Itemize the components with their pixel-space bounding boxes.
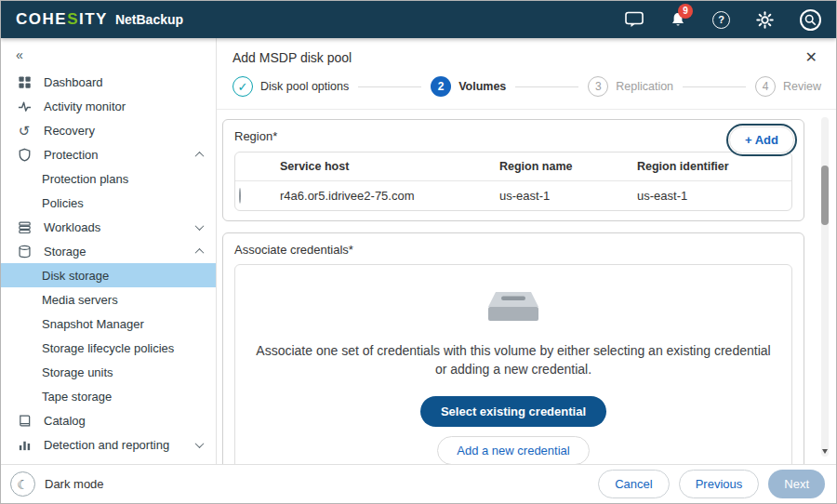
sidebar: « Dashboard Activity monitor ↺ Recovery … <box>1 38 217 464</box>
scrollbar-track <box>821 117 829 457</box>
sidebar-item-dashboard[interactable]: Dashboard <box>1 70 216 94</box>
sidebar-item-label: Snapshot Manager <box>42 317 144 331</box>
sidebar-item-label: Workloads <box>44 220 100 234</box>
main-layout: « Dashboard Activity monitor ↺ Recovery … <box>1 38 836 464</box>
cell-region-identifier: us-east-1 <box>633 181 791 210</box>
step-label: Replication <box>616 80 673 93</box>
step-connector <box>358 86 421 87</box>
sidebar-item-protection-plans[interactable]: Protection plans <box>1 166 216 191</box>
dashboard-icon <box>16 75 33 89</box>
step-connector <box>515 86 578 87</box>
step-replication[interactable]: 3 Replication <box>588 76 673 97</box>
step-check-icon: ✓ <box>232 76 253 97</box>
sidebar-item-media-servers[interactable]: Media servers <box>1 287 216 312</box>
column-header-service-host: Service host <box>276 153 496 180</box>
product-name: NetBackup <box>115 12 183 27</box>
sidebar-item-label: Activity monitor <box>44 99 126 113</box>
step-number: 4 <box>755 76 776 97</box>
sidebar-collapse-button[interactable]: « <box>1 42 216 70</box>
column-header-region-identifier: Region identifier <box>633 153 791 180</box>
help-icon[interactable]: ? <box>712 11 730 29</box>
sidebar-item-label: Storage <box>44 245 86 259</box>
chevron-down-icon <box>195 439 205 448</box>
region-label: Region* <box>234 129 792 143</box>
cancel-button[interactable]: Cancel <box>598 470 669 498</box>
catalog-icon <box>16 414 33 428</box>
dialog-scroll-area: Region* + Add Service host Region name R… <box>217 110 836 464</box>
sidebar-item-disk-storage[interactable]: Disk storage <box>1 263 216 287</box>
dark-mode-toggle[interactable]: ☾ Dark mode <box>10 471 104 497</box>
sidebar-item-storage-lifecycle-policies[interactable]: Storage lifecycle policies <box>1 336 216 360</box>
add-region-button[interactable]: + Add <box>729 126 794 153</box>
region-table: Service host Region name Region identifi… <box>234 152 792 211</box>
workloads-icon <box>16 220 33 234</box>
region-section: Region* + Add Service host Region name R… <box>222 119 804 221</box>
notifications-bell-icon[interactable]: 9 <box>670 11 686 29</box>
moon-icon: ☾ <box>10 471 35 497</box>
cohesity-logo: COHESITY <box>16 10 108 29</box>
cell-region-name: us-east-1 <box>496 181 633 210</box>
search-circle <box>800 9 821 31</box>
step-volumes[interactable]: 2 Volumes <box>431 76 506 97</box>
column-header-region-name: Region name <box>496 153 633 180</box>
sidebar-item-label: Storage lifecycle policies <box>42 341 174 355</box>
sidebar-item-activity-monitor[interactable]: Activity monitor <box>1 94 216 118</box>
step-number: 3 <box>588 76 608 97</box>
topbar: COHESITY NetBackup 9 ? <box>1 1 836 38</box>
notification-count-badge: 9 <box>678 4 693 19</box>
brand-text: COHE <box>16 10 67 29</box>
support-chat-icon[interactable] <box>625 11 644 28</box>
sidebar-item-tape-storage[interactable]: Tape storage <box>1 384 216 408</box>
chevron-up-icon <box>195 247 205 257</box>
sidebar-item-storage[interactable]: Storage <box>1 239 216 263</box>
sidebar-item-label: Dashboard <box>44 75 103 89</box>
sidebar-item-snapshot-manager[interactable]: Snapshot Manager <box>1 312 216 336</box>
step-review[interactable]: 4 Review <box>755 76 821 97</box>
cell-service-host: r4a6.or5.idrivee2-75.com <box>276 181 496 210</box>
scrollbar-down-arrow[interactable] <box>821 447 829 455</box>
sidebar-item-label: Policies <box>42 196 84 210</box>
sidebar-item-label: Protection <box>44 148 99 162</box>
help-question-glyph: ? <box>712 11 730 29</box>
step-disk-pool-options[interactable]: ✓ Disk pool options <box>232 76 349 97</box>
chevron-up-icon <box>195 151 205 160</box>
chevron-down-icon <box>195 221 205 231</box>
select-existing-credential-button[interactable]: Select existing credential <box>420 396 606 427</box>
settings-gear-icon[interactable] <box>756 11 774 29</box>
sidebar-item-label: Protection plans <box>42 172 128 186</box>
sidebar-item-storage-units[interactable]: Storage units <box>1 360 216 384</box>
region-row-radio[interactable] <box>239 188 241 204</box>
region-table-row[interactable]: r4a6.or5.idrivee2-75.com us-east-1 us-ea… <box>235 181 791 210</box>
credentials-empty-state: Associate one set of credentials with th… <box>234 264 792 464</box>
close-icon[interactable]: ✕ <box>805 50 817 65</box>
credentials-label: Associate credentials* <box>234 243 792 257</box>
sidebar-item-protection[interactable]: Protection <box>1 142 216 166</box>
main-panel: Add MSDP disk pool ✕ ✓ Disk pool options… <box>217 38 836 464</box>
sidebar-item-label: Catalog <box>44 414 86 428</box>
sidebar-item-label: Detection and reporting <box>44 438 169 452</box>
credentials-section: Associate credentials* Associate one set… <box>222 232 804 464</box>
brand-text-end: ITY <box>79 10 108 29</box>
topbar-actions: 9 ? <box>625 9 821 31</box>
credentials-message: Associate one set of credentials with th… <box>250 341 777 379</box>
footer-bar: ☾ Dark mode Cancel Previous Next <box>1 464 836 503</box>
sidebar-item-workloads[interactable]: Workloads <box>1 215 216 239</box>
recovery-icon: ↺ <box>16 124 33 138</box>
sidebar-item-label: Recovery <box>44 124 95 138</box>
dialog-header: Add MSDP disk pool ✕ <box>217 38 836 71</box>
search-icon[interactable] <box>800 9 821 31</box>
region-table-header: Service host Region name Region identifi… <box>235 153 791 181</box>
next-button[interactable]: Next <box>768 470 825 498</box>
sidebar-item-label: Tape storage <box>42 390 112 404</box>
step-label: Volumes <box>458 80 506 93</box>
add-new-credential-button[interactable]: Add a new credential <box>437 436 589 464</box>
sidebar-item-recovery[interactable]: ↺ Recovery <box>1 118 216 142</box>
sidebar-item-policies[interactable]: Policies <box>1 191 216 215</box>
scrollbar-thumb[interactable] <box>821 166 829 225</box>
sidebar-item-detection-and-reporting[interactable]: Detection and reporting <box>1 432 216 457</box>
step-label: Review <box>783 80 821 93</box>
sidebar-item-catalog[interactable]: Catalog <box>1 408 216 432</box>
previous-button[interactable]: Previous <box>679 470 760 498</box>
app-window: COHESITY NetBackup 9 ? <box>0 0 837 504</box>
detection-reporting-icon <box>16 438 33 452</box>
